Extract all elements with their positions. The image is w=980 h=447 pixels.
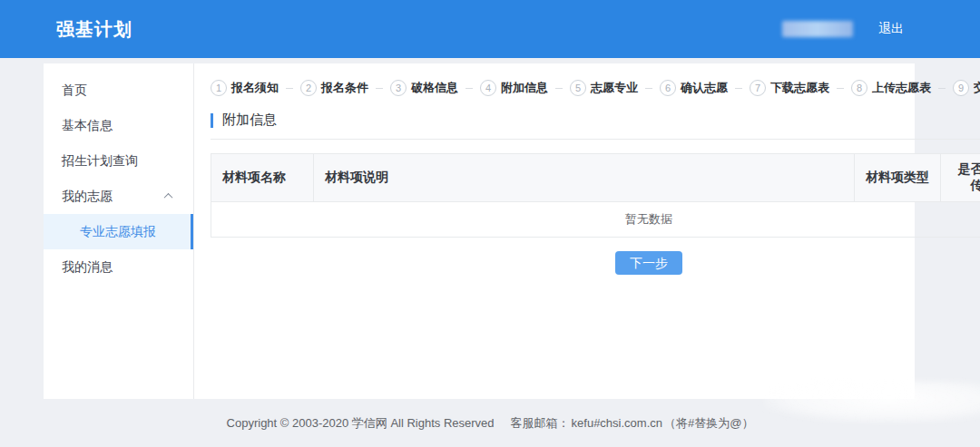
sidebar: 首页 基本信息 招生计划查询 我的志愿 专业志愿填报 我的消息 <box>44 63 194 399</box>
service-email-text: 客服邮箱： kefu#chsi.com.cn （将#替换为@） <box>511 415 754 432</box>
materials-table: 材料项名称 材料项说明 材料项类型 是否上传 操作 暂无数据 <box>211 153 980 238</box>
sidebar-item-my-messages[interactable]: 我的消息 <box>44 249 193 285</box>
step-label: 上传志愿表 <box>872 80 931 96</box>
step-number: 9 <box>953 80 969 96</box>
column-header-uploaded: 是否上传 <box>941 154 980 202</box>
button-row: 下一步 <box>211 251 980 275</box>
step-number: 4 <box>480 80 496 96</box>
step-number: 2 <box>300 80 317 96</box>
steps-bar: 1 报名须知 2 报名条件 3 破格信息 4 附加信息 5 志愿专业 <box>211 80 980 96</box>
step-connector <box>466 88 473 89</box>
step-item-8: 8 上传志愿表 <box>851 80 931 96</box>
step-item-2: 2 报名条件 <box>300 80 368 96</box>
sidebar-item-home[interactable]: 首页 <box>44 73 193 108</box>
app-title: 强基计划 <box>56 17 132 42</box>
step-label: 报名须知 <box>231 80 279 96</box>
sidebar-item-label: 首页 <box>62 73 87 108</box>
step-label: 报名条件 <box>321 80 368 96</box>
section-accent-bar <box>211 113 213 128</box>
service-email-note: （将#替换为@） <box>664 415 753 432</box>
step-item-4: 4 附加信息 <box>480 80 548 96</box>
sidebar-item-label: 招生计划查询 <box>62 143 138 179</box>
sidebar-item-label: 专业志愿填报 <box>80 214 156 249</box>
step-number: 1 <box>211 80 227 96</box>
step-connector <box>837 88 844 89</box>
username-redacted <box>782 21 853 37</box>
main-content: 1 报名须知 2 报名条件 3 破格信息 4 附加信息 5 志愿专业 <box>194 63 980 399</box>
column-header-material-description: 材料项说明 <box>314 154 855 202</box>
step-connector <box>938 88 946 89</box>
step-number: 5 <box>570 80 586 96</box>
header-right: 退出 <box>782 21 980 37</box>
sidebar-item-my-preferences[interactable]: 我的志愿 <box>44 179 193 214</box>
table-empty-row: 暂无数据 <box>211 202 980 238</box>
step-number: 6 <box>660 80 676 96</box>
sidebar-item-label: 基本信息 <box>62 108 113 143</box>
section-head: 附加信息 <box>211 112 980 140</box>
section-title: 附加信息 <box>222 112 277 129</box>
step-connector <box>735 88 742 89</box>
step-label: 志愿专业 <box>591 80 638 96</box>
logout-button[interactable]: 退出 <box>878 21 904 37</box>
step-number: 3 <box>390 80 407 96</box>
step-label: 下载志愿表 <box>770 80 829 96</box>
step-connector <box>286 88 293 89</box>
content-card: 首页 基本信息 招生计划查询 我的志愿 专业志愿填报 我的消息 1 报名须知 <box>44 63 915 399</box>
step-item-7: 7 下载志愿表 <box>750 80 829 96</box>
page-footer: Copyright © 2003-2020 学信网 All Rights Res… <box>0 399 980 447</box>
step-connector <box>555 88 563 89</box>
step-item-3: 3 破格信息 <box>390 80 458 96</box>
sidebar-item-major-preference-filling[interactable]: 专业志愿填报 <box>44 214 193 249</box>
app-header: 强基计划 退出 <box>0 0 980 58</box>
sidebar-item-basic-info[interactable]: 基本信息 <box>44 108 193 143</box>
step-connector <box>645 88 652 89</box>
empty-state-text: 暂无数据 <box>211 202 980 238</box>
service-email-label: 客服邮箱： <box>511 415 570 432</box>
copyright-text: Copyright © 2003-2020 学信网 All Rights Res… <box>227 415 495 432</box>
column-header-material-name: 材料项名称 <box>211 154 314 202</box>
step-label: 附加信息 <box>501 80 548 96</box>
step-number: 8 <box>851 80 867 96</box>
step-item-9: 9 交费 <box>953 80 980 96</box>
chevron-up-icon <box>164 193 173 202</box>
table-header-row: 材料项名称 材料项说明 材料项类型 是否上传 操作 <box>211 154 980 202</box>
step-label: 破格信息 <box>411 80 458 96</box>
step-number: 7 <box>750 80 766 96</box>
sidebar-item-label: 我的消息 <box>62 249 113 285</box>
column-header-material-type: 材料项类型 <box>855 154 941 202</box>
service-email-address: kefu#chsi.com.cn <box>572 416 662 430</box>
step-item-6: 6 确认志愿 <box>660 80 728 96</box>
sidebar-item-admission-plan-query[interactable]: 招生计划查询 <box>44 143 193 179</box>
step-item-1: 1 报名须知 <box>211 80 279 96</box>
step-label: 交费 <box>974 80 980 96</box>
step-connector <box>376 88 383 89</box>
next-step-button[interactable]: 下一步 <box>615 251 682 275</box>
step-item-5: 5 志愿专业 <box>570 80 638 96</box>
step-label: 确认志愿 <box>681 80 728 96</box>
sidebar-item-label: 我的志愿 <box>62 179 113 214</box>
